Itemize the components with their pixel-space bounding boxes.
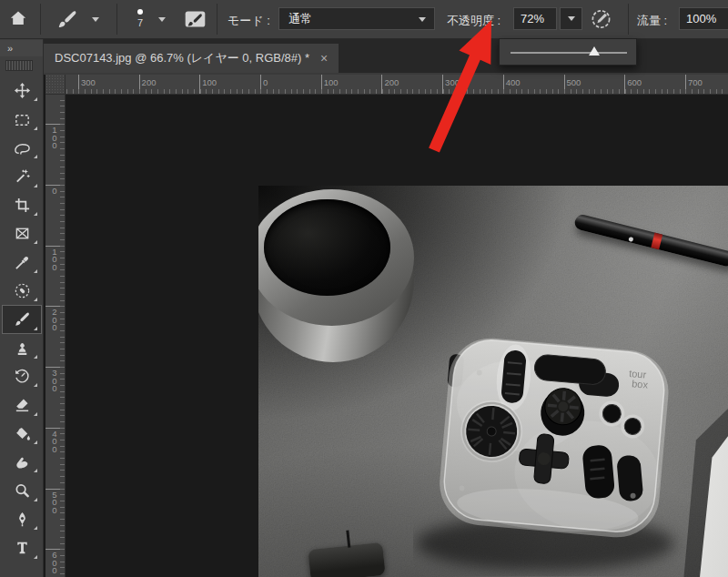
ruler-v-label: 400 — [49, 430, 60, 454]
crop-icon — [14, 197, 31, 214]
ruler-h-label: 200 — [384, 77, 399, 87]
tool-spot-healing-brush[interactable] — [2, 277, 42, 305]
document-tab[interactable]: DSC07143.jpg @ 66.7% (レイヤー 0, RGB/8#) * … — [44, 44, 339, 73]
tool-move[interactable] — [2, 76, 42, 105]
tools-panel: » — [0, 38, 44, 577]
opacity-label: 不透明度 : — [447, 13, 500, 29]
ruler-h-label: 0 — [263, 77, 268, 87]
smudge-icon — [14, 453, 31, 471]
tourbox-controller: tour box — [413, 318, 704, 577]
ruler-v-label: 100 — [49, 248, 60, 272]
brush-settings-panel-toggle-icon[interactable] — [184, 8, 207, 30]
tool-rectangular-marquee[interactable] — [2, 105, 42, 133]
flyout-triangle-icon — [34, 327, 37, 330]
eyedropper-icon — [14, 254, 31, 271]
opacity-slider-thumb[interactable] — [589, 46, 600, 56]
mode-chevron-icon — [419, 17, 426, 22]
flyout-triangle-icon — [34, 240, 37, 244]
ruler-h-label: 100 — [324, 77, 339, 87]
canvas-pasteboard[interactable]: tour box — [44, 95, 728, 577]
type-icon — [14, 539, 31, 556]
flow-value: 100% — [686, 12, 716, 25]
panel-grip-handle[interactable] — [5, 60, 33, 71]
tool-frame[interactable] — [2, 219, 42, 248]
ruler-vertical[interactable]: 1000100200300400500600 — [46, 95, 66, 577]
flyout-triangle-icon — [34, 127, 37, 130]
document-window-edge — [44, 73, 728, 75]
ruler-h-label: 200 — [142, 77, 157, 87]
brush-tool-icon[interactable] — [56, 8, 78, 30]
move-icon — [14, 82, 31, 99]
brush-tip-dot-icon — [137, 9, 143, 15]
flyout-triangle-icon — [34, 298, 37, 301]
ruler-v-label: 100 — [49, 127, 60, 150]
mode-value: 通常 — [288, 11, 312, 27]
separator — [628, 4, 629, 35]
tool-brush[interactable] — [2, 305, 42, 333]
history-brush-icon — [14, 368, 31, 385]
tool-lasso[interactable] — [2, 134, 42, 162]
tool-eraser[interactable] — [2, 390, 42, 419]
opacity-field[interactable]: 72% — [513, 7, 557, 30]
brush-tip-preview[interactable]: 7 — [129, 7, 151, 28]
tool-dodge[interactable] — [2, 476, 42, 504]
pen-red-ring — [651, 233, 662, 250]
ruler-v-label: 500 — [49, 491, 60, 515]
separator — [116, 4, 117, 35]
tab-close-icon[interactable]: × — [320, 51, 328, 66]
tool-list — [0, 76, 44, 562]
brush-preset-chevron-icon[interactable] — [92, 17, 99, 22]
tool-smudge[interactable] — [2, 448, 42, 476]
flyout-triangle-icon — [34, 269, 37, 273]
pen-clip-dot — [628, 237, 633, 242]
brush-size-chevron-icon[interactable] — [158, 17, 166, 22]
tool-type[interactable] — [2, 533, 42, 562]
pressure-opacity-icon[interactable] — [590, 8, 612, 30]
paint-bucket-icon — [14, 425, 31, 442]
tool-paint-bucket[interactable] — [2, 420, 42, 448]
tool-clone-stamp[interactable] — [2, 334, 42, 362]
tourbox-logo-line2: box — [632, 378, 649, 390]
rectangular-marquee-icon — [14, 111, 31, 128]
options-bar: 7 モード : 通常 不透明度 : 72% 流量 : 100% — [0, 0, 728, 39]
flyout-triangle-icon — [34, 412, 37, 416]
flyout-triangle-icon — [34, 155, 37, 158]
tool-eyedropper[interactable] — [2, 248, 42, 276]
object-selection-icon — [14, 167, 31, 185]
flyout-triangle-icon — [34, 184, 37, 187]
ruler-h-label: 500 — [567, 77, 581, 87]
flyout-triangle-icon — [34, 469, 37, 472]
double-chevron-icon: » — [7, 43, 13, 54]
clone-stamp-icon — [14, 339, 31, 357]
ruler-h-label: 400 — [506, 77, 521, 87]
opacity-dropdown-button[interactable] — [560, 7, 582, 30]
tool-history-brush[interactable] — [2, 362, 42, 390]
flyout-triangle-icon — [34, 212, 37, 216]
opacity-slider-track[interactable] — [511, 52, 627, 54]
tool-object-selection[interactable] — [2, 162, 42, 190]
mode-dropdown[interactable]: 通常 — [278, 7, 435, 30]
ruler-v-label: 300 — [49, 369, 60, 393]
ruler-h-label: 300 — [445, 77, 460, 87]
collapse-panel-button[interactable]: » — [0, 40, 43, 56]
separator — [217, 4, 217, 35]
flyout-triangle-icon — [34, 498, 37, 501]
flow-field[interactable]: 100% — [679, 7, 728, 30]
tool-crop[interactable] — [2, 191, 42, 219]
lasso-icon — [14, 139, 31, 157]
ruler-horizontal[interactable]: 3002001000100200300400500600700 — [66, 75, 728, 95]
flow-label: 流量 : — [637, 13, 667, 29]
brush-size-value: 7 — [129, 17, 151, 28]
flyout-triangle-icon — [34, 526, 37, 530]
ruler-origin-corner[interactable] — [46, 75, 66, 95]
opacity-value: 72% — [521, 12, 544, 25]
photo-document[interactable]: tour box — [258, 186, 728, 577]
coffee-surface — [264, 199, 390, 296]
tool-pen[interactable] — [2, 505, 42, 533]
tourbox-tour-button — [581, 444, 615, 500]
brush-icon — [14, 310, 31, 328]
document-tab-title: DSC07143.jpg @ 66.7% (レイヤー 0, RGB/8#) * — [55, 50, 309, 66]
flyout-triangle-icon — [34, 555, 37, 559]
frame-icon — [14, 225, 31, 242]
home-icon[interactable] — [8, 9, 28, 29]
